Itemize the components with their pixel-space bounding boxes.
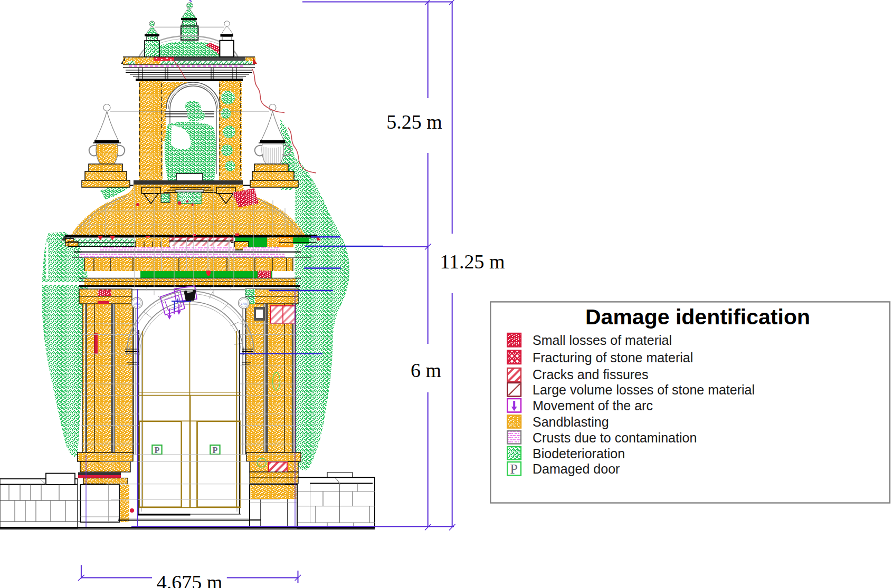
svg-text:4.675 m: 4.675 m bbox=[157, 571, 223, 588]
svg-text:Large volume losses of stone m: Large volume losses of stone material bbox=[533, 382, 755, 397]
svg-text:P: P bbox=[213, 446, 218, 455]
svg-text:11.25 m: 11.25 m bbox=[440, 250, 505, 273]
svg-text:P: P bbox=[155, 446, 160, 455]
svg-text:Biodeterioration: Biodeterioration bbox=[533, 446, 625, 461]
svg-text:Damage identification: Damage identification bbox=[585, 305, 810, 329]
svg-text:AÑO: AÑO bbox=[134, 302, 140, 305]
svg-text:Cracks and fissures: Cracks and fissures bbox=[533, 367, 649, 382]
svg-text:Movement of the arc: Movement of the arc bbox=[533, 398, 653, 413]
svg-text:Sandblasting: Sandblasting bbox=[533, 415, 609, 429]
svg-text:1770: 1770 bbox=[241, 302, 246, 305]
svg-text:6 m: 6 m bbox=[411, 359, 441, 381]
svg-text:Damaged door: Damaged door bbox=[533, 461, 620, 476]
svg-text:Crusts due to contamination: Crusts due to contamination bbox=[533, 430, 697, 445]
svg-text:Small losses of material: Small losses of material bbox=[533, 333, 672, 348]
svg-text:5.25 m: 5.25 m bbox=[386, 111, 442, 133]
svg-text:Fracturing of stone material: Fracturing of stone material bbox=[533, 350, 693, 365]
svg-text:P: P bbox=[510, 461, 518, 477]
